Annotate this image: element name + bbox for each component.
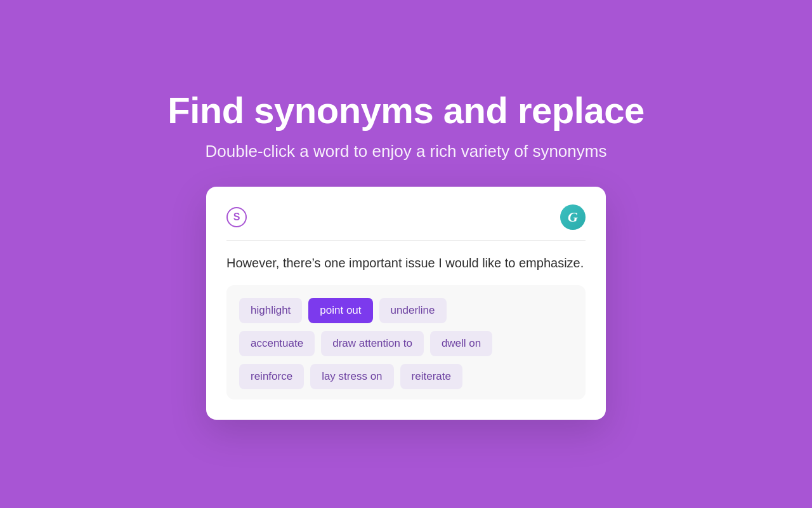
synonym-row-2: accentuate draw attention to dwell on bbox=[239, 331, 573, 356]
synonym-draw-attention-to[interactable]: draw attention to bbox=[321, 331, 424, 356]
synonym-underline[interactable]: underline bbox=[379, 298, 447, 323]
page-title: Find synonyms and replace bbox=[167, 89, 644, 131]
synonym-lay-stress-on[interactable]: lay stress on bbox=[310, 364, 393, 389]
header-section: Find synonyms and replace Double-click a… bbox=[167, 89, 644, 161]
card-toolbar: S G bbox=[226, 204, 586, 241]
synonyms-panel: highlight point out underline accentuate… bbox=[226, 285, 586, 399]
synonym-reiterate[interactable]: reiterate bbox=[400, 364, 462, 389]
synonym-dwell-on[interactable]: dwell on bbox=[430, 331, 492, 356]
synonym-row-1: highlight point out underline bbox=[239, 298, 573, 323]
synonym-reinforce[interactable]: reinforce bbox=[239, 364, 304, 389]
editor-text: However, there’s one important issue I w… bbox=[226, 253, 586, 272]
page-subtitle: Double-click a word to enjoy a rich vari… bbox=[167, 142, 644, 161]
synonym-point-out[interactable]: point out bbox=[308, 298, 372, 323]
synonym-highlight[interactable]: highlight bbox=[239, 298, 302, 323]
s-logo-icon: S bbox=[226, 207, 247, 227]
main-card: S G However, there’s one important issue… bbox=[206, 187, 606, 420]
synonym-row-3: reinforce lay stress on reiterate bbox=[239, 364, 573, 389]
synonym-accentuate[interactable]: accentuate bbox=[239, 331, 315, 356]
grammarly-icon: G bbox=[560, 204, 586, 230]
